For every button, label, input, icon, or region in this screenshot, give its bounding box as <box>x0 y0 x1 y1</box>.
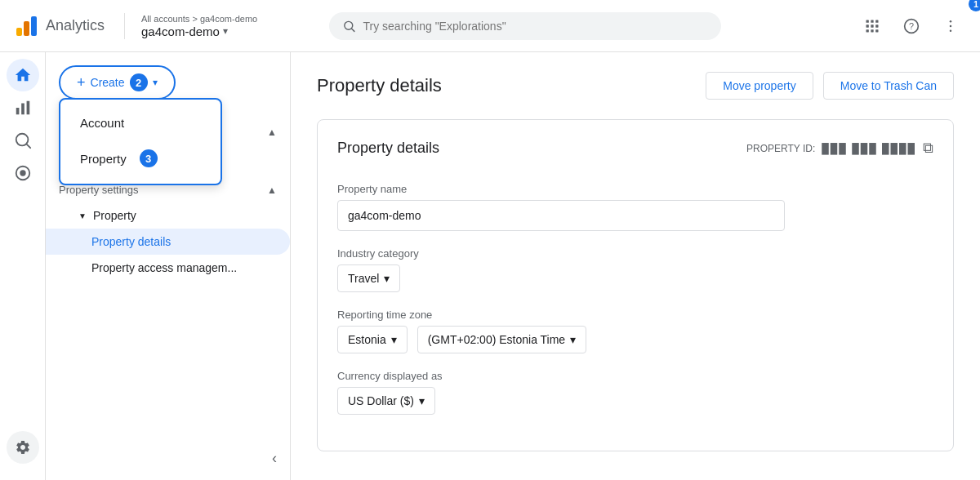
svg-rect-0 <box>16 28 22 36</box>
apps-button[interactable] <box>856 10 889 42</box>
search-bar[interactable] <box>329 12 721 40</box>
svg-rect-2 <box>31 16 37 36</box>
nav-reports[interactable] <box>7 91 39 124</box>
account-dropdown-arrow: ▾ <box>223 25 228 37</box>
logo-area: Analytics <box>13 13 108 39</box>
svg-point-17 <box>950 24 952 27</box>
svg-rect-10 <box>875 24 878 27</box>
property-name-field: Property name <box>337 183 933 231</box>
apps-icon <box>864 18 880 34</box>
advertising-icon <box>14 164 32 182</box>
more-icon <box>942 18 959 34</box>
nav-advertising[interactable] <box>7 157 39 189</box>
property-details-label: Property details <box>91 235 171 248</box>
move-trash-button[interactable]: Move to Trash Can <box>823 72 954 100</box>
content-actions: Move property Move to Trash Can <box>706 72 954 100</box>
dropdown-account-label: Account <box>80 116 124 130</box>
property-settings-section: Property settings ▲ ▼ Property Property … <box>46 177 290 281</box>
svg-text:?: ? <box>909 21 914 31</box>
home-icon <box>14 66 32 84</box>
industry-field: Industry category Travel ▾ <box>337 247 933 292</box>
create-plus-icon: + <box>77 74 86 91</box>
svg-point-25 <box>20 170 25 176</box>
nav-bottom: 1 <box>7 431 39 480</box>
create-chevron: ▾ <box>153 77 158 88</box>
create-label: Create <box>91 76 125 89</box>
timezone-country-arrow: ▾ <box>391 333 397 346</box>
property-details-card: Property details PROPERTY ID: ███ ███ ██… <box>317 119 954 451</box>
timezone-field: Reporting time zone Estonia ▾ (GMT+02:00… <box>337 309 933 353</box>
account-name-row[interactable]: ga4com-demo ▾ <box>141 24 257 38</box>
timezone-time-select[interactable]: (GMT+02:00) Estonia Time ▾ <box>417 326 586 353</box>
property-name-input[interactable] <box>337 200 785 231</box>
svg-rect-8 <box>866 24 869 27</box>
nav-settings[interactable]: 1 <box>7 431 39 464</box>
svg-point-18 <box>950 29 952 32</box>
svg-rect-12 <box>871 29 873 32</box>
industry-select[interactable]: Travel ▾ <box>337 264 400 292</box>
analytics-logo-icon <box>13 13 39 39</box>
timezone-country-select[interactable]: Estonia ▾ <box>337 326 408 353</box>
sidebar-property-item[interactable]: ▼ Property <box>46 202 290 229</box>
nav-explore[interactable] <box>7 124 39 157</box>
property-access-label: Property access managem... <box>91 261 237 274</box>
dropdown-property-item[interactable]: Property 3 <box>60 140 220 177</box>
svg-rect-1 <box>24 21 29 36</box>
header-divider <box>124 13 125 39</box>
property-step-badge: 3 <box>140 149 158 167</box>
currency-field: Currency displayed as US Dollar ($) ▾ <box>337 370 933 415</box>
content-header: Property details Move property Move to T… <box>317 72 954 100</box>
card-header-row: Property details PROPERTY ID: ███ ███ ██… <box>337 140 933 163</box>
main-layout: 1 + Create 2 ▾ Account Property 3 <box>0 52 980 480</box>
svg-rect-19 <box>16 108 19 114</box>
sidebar-property-access-item[interactable]: Property access managem... <box>46 255 290 281</box>
industry-dropdown-arrow: ▾ <box>384 272 390 285</box>
help-button[interactable]: ? <box>895 10 928 42</box>
svg-rect-21 <box>26 101 29 115</box>
property-name-label: Property name <box>337 183 933 195</box>
explore-icon <box>14 131 32 149</box>
create-step-badge: 2 <box>130 73 148 91</box>
timezone-row: Estonia ▾ (GMT+02:00) Estonia Time ▾ <box>337 326 933 353</box>
dropdown-property-label: Property <box>80 152 127 166</box>
timezone-time-arrow: ▾ <box>570 333 576 346</box>
svg-rect-9 <box>871 24 873 27</box>
svg-point-16 <box>950 20 952 22</box>
sidebar-collapse-button[interactable]: ‹ <box>272 450 277 467</box>
svg-rect-13 <box>875 29 878 32</box>
property-id-area: PROPERTY ID: ███ ███ ████ ⧉ <box>746 140 933 157</box>
svg-rect-20 <box>21 104 24 115</box>
currency-dropdown-arrow: ▾ <box>419 394 425 407</box>
property-id-label: PROPERTY ID: <box>746 143 815 154</box>
more-button[interactable] <box>934 10 967 42</box>
property-item-label: Property <box>93 209 136 222</box>
create-btn-area: + Create 2 ▾ Account Property 3 <box>46 52 290 113</box>
property-id-value: ███ ███ ████ <box>822 143 916 154</box>
move-property-button[interactable]: Move property <box>706 72 813 100</box>
sidebar: + Create 2 ▾ Account Property 3 Account … <box>46 52 291 480</box>
gear-icon <box>15 439 31 456</box>
app-header: Analytics All accounts > ga4com-demo ga4… <box>0 0 980 52</box>
copy-icon[interactable]: ⧉ <box>923 140 933 157</box>
create-button[interactable]: + Create 2 ▾ <box>59 65 176 100</box>
search-icon <box>342 19 356 33</box>
svg-line-23 <box>26 144 30 149</box>
card-title: Property details <box>337 140 439 157</box>
dropdown-account-item[interactable]: Account <box>60 106 220 140</box>
currency-select[interactable]: US Dollar ($) ▾ <box>337 387 435 415</box>
header-right-actions: ? <box>856 10 967 42</box>
account-settings-chevron: ▲ <box>267 127 277 138</box>
svg-rect-6 <box>871 20 873 22</box>
nav-home[interactable] <box>7 59 39 91</box>
account-name-label: ga4com-demo <box>141 24 220 38</box>
nav-icons-wrapper: 1 <box>7 59 39 480</box>
breadcrumb: All accounts > ga4com-demo <box>141 14 257 24</box>
search-input[interactable] <box>363 20 708 33</box>
svg-rect-7 <box>875 20 878 22</box>
svg-line-4 <box>352 29 354 31</box>
sidebar-property-details-item[interactable]: Property details <box>46 229 290 255</box>
svg-rect-5 <box>866 20 869 22</box>
industry-label: Industry category <box>337 247 933 260</box>
timezone-time-value: (GMT+02:00) Estonia Time <box>428 333 565 346</box>
app-title: Analytics <box>46 17 105 34</box>
